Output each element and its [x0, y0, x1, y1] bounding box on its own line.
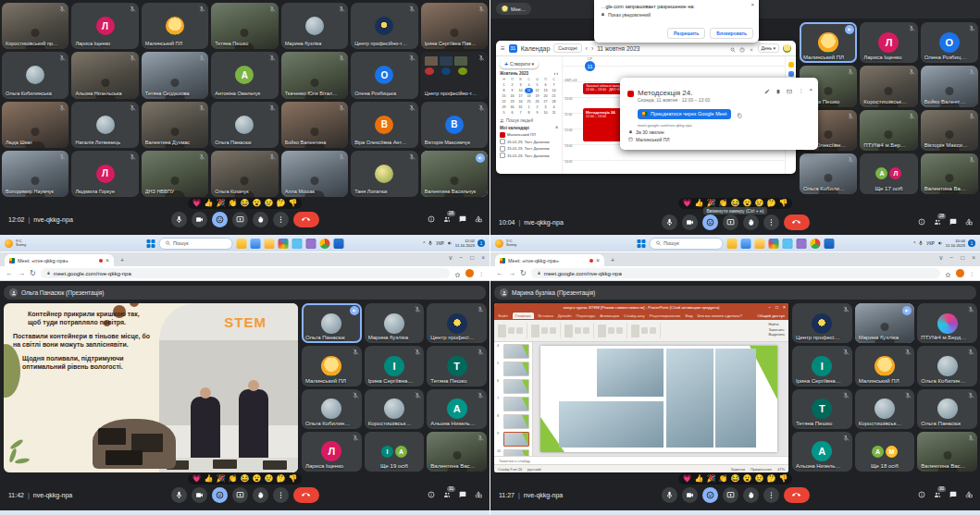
participant-tile[interactable]: Марина бузліка: [855, 303, 915, 343]
back-button[interactable]: ←: [496, 270, 503, 277]
block-button[interactable]: Блокировать: [710, 28, 753, 39]
participant-tile[interactable]: Т Тетяна Пешко: [792, 389, 852, 429]
raise-hand-button[interactable]: [743, 215, 759, 230]
settings-icon[interactable]: [749, 41, 754, 56]
participant-tile[interactable]: Малинський ПЛ: [800, 22, 857, 63]
chat-button[interactable]: [949, 218, 957, 226]
reactions-button[interactable]: [702, 487, 718, 503]
address-bar[interactable]: meet.google.com/nve-qkkg-npa: [531, 268, 940, 278]
ribbon-tab[interactable]: Рецензирование: [650, 313, 681, 318]
participant-tile[interactable]: Таня Лопатюк: [351, 151, 417, 197]
reaction-emoji[interactable]: 🎉: [217, 474, 226, 484]
reaction-emoji[interactable]: 💗: [683, 474, 692, 484]
chat-button[interactable]: [459, 215, 466, 223]
profile-avatar[interactable]: [465, 269, 474, 277]
activities-button[interactable]: [475, 215, 482, 223]
participant-tile[interactable]: Ольга Панасюк: [302, 303, 362, 343]
weather-widget[interactable]: 9°CSunny: [5, 239, 26, 248]
account-avatar[interactable]: [783, 44, 791, 53]
calendar-list-item[interactable]: 15.01.23. Тест Данилюк: [500, 139, 558, 144]
reaction-emoji[interactable]: 😮: [252, 199, 261, 208]
participant-tile[interactable]: Валентина Васильчук: [421, 151, 488, 197]
reaction-emoji[interactable]: 👎: [288, 199, 297, 208]
present-button[interactable]: [723, 487, 738, 503]
browser-tab[interactable]: Meet: «nve-qkkg-npa» ×: [495, 254, 604, 266]
participant-tile[interactable]: ПТУ№4 м.Берди…: [917, 303, 977, 343]
reaction-emoji[interactable]: 😂: [731, 474, 740, 484]
mini-month-grid[interactable]: НПВСЧПС123456789101112131415161718192021…: [500, 77, 558, 116]
participant-tile[interactable]: Марина бузліка: [281, 3, 348, 49]
ribbon-tab[interactable]: Файл: [498, 313, 508, 318]
participant-tile[interactable]: Валентина Васильч…: [427, 432, 487, 472]
view-selector[interactable]: День ▾: [758, 43, 779, 53]
participant-tile[interactable]: Ольга Козачук: [211, 151, 278, 197]
slide-thumbnail[interactable]: 7: [497, 397, 529, 411]
weather-widget[interactable]: 5°CSunny: [495, 239, 516, 248]
reactions-button[interactable]: [212, 487, 228, 503]
people-button[interactable]: 31: [443, 491, 451, 498]
participant-tile[interactable]: І Ірина Сергіївна …: [792, 346, 852, 386]
participant-tile[interactable]: Малинський ПЛ: [142, 3, 208, 49]
activities-button[interactable]: [965, 491, 973, 498]
participant-tile[interactable]: Коростишівськ…: [855, 389, 915, 429]
address-bar[interactable]: meet.google.com/nve-qkkg-npa: [41, 268, 450, 278]
reaction-emoji[interactable]: 👏: [229, 474, 238, 484]
ribbon-tab[interactable]: Переходы: [577, 313, 596, 318]
participant-tile[interactable]: Ткаченко Юля Віталі…: [281, 52, 348, 98]
calendar-list-item[interactable]: Малинський ПЛ: [500, 132, 558, 138]
today-button[interactable]: Сьогодні: [553, 43, 581, 53]
participant-tile[interactable]: Бойко Валентина: [281, 102, 348, 148]
camera-button[interactable]: [192, 212, 207, 227]
reaction-emoji[interactable]: 💗: [192, 199, 202, 208]
language-indicator[interactable]: УКР: [436, 241, 443, 246]
calendar-checkbox[interactable]: [500, 139, 505, 144]
reaction-emoji[interactable]: 👏: [719, 474, 728, 484]
prev-day-icon[interactable]: ‹: [586, 45, 588, 52]
reaction-emoji[interactable]: 😂: [241, 474, 250, 484]
close-button[interactable]: ×: [972, 254, 975, 261]
photos-icon[interactable]: [768, 239, 778, 249]
raise-hand-button[interactable]: [253, 487, 268, 503]
bookmark-icon[interactable]: [454, 265, 461, 282]
participant-tile[interactable]: Т Тетяна Пешко: [427, 346, 487, 386]
info-button[interactable]: [918, 491, 925, 498]
participant-tile[interactable]: АЛ Ще 17 осіб: [860, 153, 917, 194]
calendar-checkbox[interactable]: [500, 146, 505, 152]
participant-tile[interactable]: Центр професійно-тех…: [421, 52, 488, 98]
reaction-emoji[interactable]: 👏: [229, 199, 238, 208]
participant-tile[interactable]: Ольга Кобилинська: [302, 389, 362, 429]
search-people[interactable]: Пошук людей: [500, 118, 558, 123]
participant-tile[interactable]: Альона Низельська: [71, 52, 138, 98]
profile-avatar[interactable]: [956, 269, 964, 277]
next-day-icon[interactable]: ›: [591, 45, 593, 52]
viber-icon[interactable]: [305, 239, 316, 249]
notification-badge[interactable]: 1: [968, 239, 975, 247]
participant-tile[interactable]: О Олена Розбицька: [921, 22, 978, 63]
participant-tile[interactable]: В Віра Олексіївна Антонюк: [351, 102, 417, 148]
ribbon-tab[interactable]: Вид: [686, 313, 693, 318]
end-call-button[interactable]: [784, 487, 810, 503]
taskbar-clock[interactable]: 12:0211.10.2023: [455, 239, 475, 248]
browser-menu-icon[interactable]: ⋮: [969, 271, 974, 276]
people-button[interactable]: 28: [443, 215, 451, 223]
forward-button[interactable]: →: [508, 270, 515, 277]
participant-tile[interactable]: Люда Шнат: [2, 102, 68, 148]
participant-tile[interactable]: Вікторія Максимчук: [921, 110, 978, 151]
minimize-button[interactable]: −: [459, 254, 463, 261]
reaction-emoji[interactable]: 👎: [288, 474, 297, 484]
participant-tile[interactable]: Коростишівський …: [365, 389, 425, 429]
people-button[interactable]: 28: [934, 218, 941, 226]
ribbon-tab[interactable]: Дизайн: [558, 313, 572, 318]
more-options-button[interactable]: [763, 487, 779, 503]
reactions-button[interactable]: [212, 212, 228, 227]
maximize-button[interactable]: □: [961, 254, 964, 261]
reaction-emoji[interactable]: 🎉: [217, 199, 226, 208]
participant-tile[interactable]: А Альона Низельськ…: [792, 432, 852, 472]
tell-me-box[interactable]: Что вы хотите сделать?: [698, 313, 743, 318]
participant-tile[interactable]: Ольга Кобилинська: [800, 153, 857, 194]
info-button[interactable]: [428, 491, 435, 498]
tab-close-icon[interactable]: ×: [596, 257, 600, 264]
participant-tile[interactable]: Коростишівський проф…: [2, 3, 68, 49]
participant-tile[interactable]: Ірина Сергіївна Павла…: [421, 3, 488, 49]
activities-button[interactable]: [475, 491, 482, 498]
